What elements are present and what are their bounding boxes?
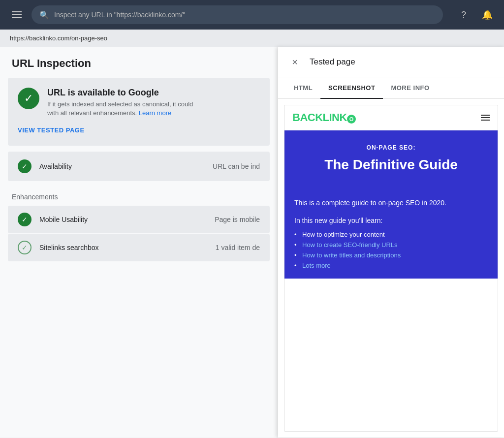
logo-o-circle: O [347, 115, 356, 124]
webpage-desc1: This is a complete guide to on-page SEO … [294, 197, 488, 208]
availability-value: URL can be ind [213, 162, 260, 170]
close-panel-button[interactable]: × [288, 55, 302, 69]
top-nav: 🔍 Inspect any URL in "https://backlinko.… [0, 0, 504, 30]
section-header: URL Inspection [0, 47, 278, 78]
hamburger-menu[interactable] [8, 7, 26, 22]
right-panel: × Tested page HTML SCREENSHOT MORE INFO … [278, 47, 504, 438]
tabs-row: HTML SCREENSHOT MORE INFO [278, 77, 504, 99]
search-bar[interactable]: 🔍 Inspect any URL in "https://backlinko.… [32, 5, 443, 24]
webpage-list: How to optimize your content How to crea… [294, 229, 488, 271]
tab-html[interactable]: HTML [286, 77, 320, 98]
search-icon: 🔍 [39, 10, 49, 20]
tab-screenshot[interactable]: SCREENSHOT [320, 77, 383, 98]
main-content: URL Inspection ✓ URL is available to Goo… [0, 47, 504, 438]
sitelinks-check-icon: ✓ [18, 241, 32, 254]
screenshot-preview: BACKLINKO ON-PAGE SEO: The Definitive Gu… [284, 105, 498, 432]
webpage-hamburger-icon [481, 115, 490, 121]
backlinko-logo: BACKLINKO [292, 111, 356, 124]
sitelinks-value: 1 valid item de [216, 244, 260, 251]
enhancement-row-mobile: ✓ Mobile Usability Page is mobile [8, 206, 270, 233]
left-panel: URL Inspection ✓ URL is available to Goo… [0, 47, 278, 438]
status-check-icon: ✓ [18, 88, 39, 109]
notification-button[interactable]: 🔔 [478, 6, 496, 24]
availability-card: ✓ Availability URL can be ind [8, 152, 270, 181]
hero-subtitle: ON-PAGE SEO: [294, 144, 488, 151]
list-item-1: How to optimize your content [294, 229, 488, 240]
enhancements-label: Enhancements [0, 189, 278, 206]
enhancement-row-sitelinks: ✓ Sitelinks searchbox 1 valid item de [8, 234, 270, 261]
learn-more-link[interactable]: Learn more [139, 109, 171, 117]
sitelinks-label: Sitelinks searchbox [39, 244, 99, 251]
page-title: URL Inspection [12, 57, 266, 70]
help-button[interactable]: ? [455, 6, 472, 24]
webpage-list-title: In this new guide you'll learn: [294, 217, 488, 224]
mobile-usability-value: Page is mobile [215, 216, 260, 223]
hero-title: The Definitive Guide [294, 156, 488, 174]
status-desc: If it gets indexed and selected as canon… [47, 100, 193, 118]
webpage-hero: ON-PAGE SEO: The Definitive Guide [284, 130, 498, 189]
availability-check-icon: ✓ [18, 159, 32, 173]
status-info: URL is available to Google If it gets in… [47, 88, 193, 118]
panel-header: × Tested page [278, 47, 504, 77]
view-tested-page-button[interactable]: VIEW TESTED PAGE [18, 122, 260, 136]
status-row: ✓ URL is available to Google If it gets … [18, 88, 260, 118]
nav-right: ? 🔔 [455, 6, 496, 24]
availability-label: Availability [39, 162, 72, 170]
status-card: ✓ URL is available to Google If it gets … [8, 78, 270, 146]
webpage-header: BACKLINKO [284, 105, 498, 130]
webpage-body: This is a complete guide to on-page SEO … [284, 189, 498, 278]
list-item-4: Lots more [294, 260, 488, 271]
status-title: URL is available to Google [47, 88, 193, 98]
mobile-check-icon: ✓ [18, 213, 32, 226]
mobile-usability-label: Mobile Usability [39, 216, 88, 223]
list-item-3: How to write titles and descriptions [294, 250, 488, 260]
tab-more-info[interactable]: MORE INFO [383, 77, 437, 98]
panel-title: Tested page [310, 57, 355, 67]
current-url: https://backlinko.com/on-page-seo [10, 34, 107, 42]
list-item-2: How to create SEO-friendly URLs [294, 240, 488, 250]
search-placeholder-text: Inspect any URL in "https://backlinko.co… [54, 11, 185, 19]
webpage-simulation: BACKLINKO ON-PAGE SEO: The Definitive Gu… [284, 105, 498, 431]
url-bar: https://backlinko.com/on-page-seo [0, 30, 504, 47]
